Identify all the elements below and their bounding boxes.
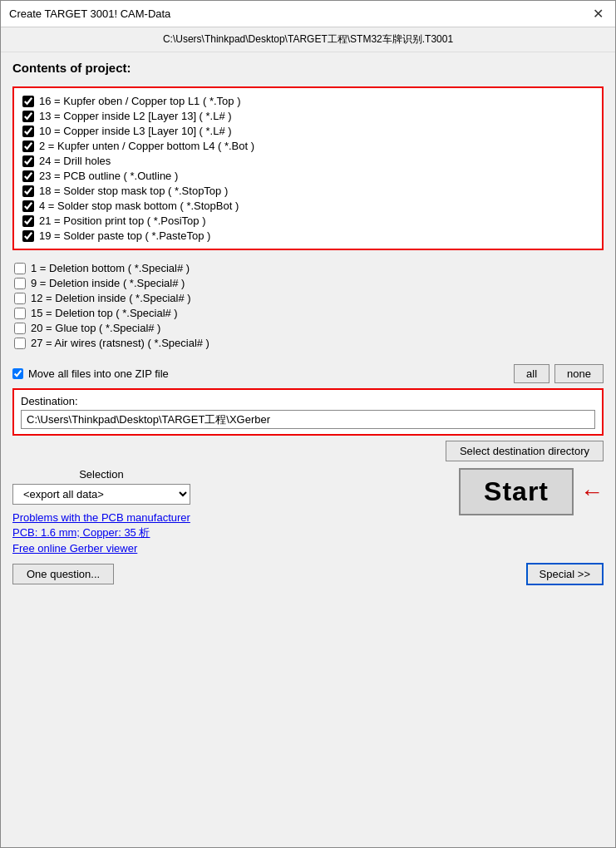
list-item: 13 = Copper inside L2 [Layer 13] ( *.L# … (22, 110, 594, 122)
layer-label: 20 = Glue top ( *.Special# ) (31, 322, 160, 334)
list-item: 21 = Position print top ( *.PosiTop ) (22, 214, 594, 227)
layer-label: 21 = Position print top ( *.PosiTop ) (39, 214, 206, 227)
layer-checkbox[interactable] (22, 215, 34, 227)
zip-left: Move all files into one ZIP file (12, 367, 169, 380)
zip-checkbox[interactable] (12, 368, 23, 379)
layer-checkbox[interactable] (14, 263, 26, 274)
unchecked-items-section: 1 = Deletion bottom ( *.Special# )9 = De… (12, 257, 604, 354)
main-content: Contents of project: 16 = Kupfer oben / … (1, 52, 615, 847)
start-btn-wrapper: Start ← (459, 468, 604, 515)
destination-input[interactable] (21, 410, 595, 429)
none-button[interactable]: none (554, 364, 604, 383)
start-button[interactable]: Start (459, 468, 574, 515)
info-link-0[interactable]: Problems with the PCB manufacturer (12, 511, 190, 524)
title-bar: Create TARGET 3001! CAM-Data ✕ (1, 1, 615, 27)
layer-checkbox[interactable] (22, 170, 34, 182)
zip-label: Move all files into one ZIP file (28, 367, 169, 380)
destination-label: Destination: (21, 395, 595, 407)
list-item: 24 = Drill holes (22, 155, 594, 167)
list-item: 1 = Deletion bottom ( *.Special# ) (14, 262, 602, 274)
layer-checkbox[interactable] (22, 200, 34, 212)
layer-label: 23 = PCB outline ( *.Outline ) (39, 170, 178, 182)
selection-group: Selection <export all data> Problems wit… (12, 468, 190, 555)
layer-label: 24 = Drill holes (39, 155, 111, 167)
all-none-buttons: all none (514, 364, 604, 383)
window-title: Create TARGET 3001! CAM-Data (9, 7, 170, 20)
selection-label: Selection (12, 468, 190, 481)
layer-checkbox[interactable] (14, 308, 26, 319)
layer-checkbox[interactable] (22, 230, 34, 242)
layer-label: 13 = Copper inside L2 [Layer 13] ( *.L# … (39, 110, 232, 122)
bottom-section: Move all files into one ZIP file all non… (12, 364, 604, 594)
list-item: 15 = Deletion top ( *.Special# ) (14, 307, 602, 319)
select-dir-button[interactable]: Select destination directory (446, 441, 604, 461)
list-item: 16 = Kupfer oben / Copper top L1 ( *.Top… (22, 95, 594, 107)
layer-label: 15 = Deletion top ( *.Special# ) (31, 307, 178, 319)
layer-label: 12 = Deletion inside ( *.Special# ) (31, 292, 191, 304)
layer-checkbox[interactable] (22, 111, 34, 122)
list-item: 20 = Glue top ( *.Special# ) (14, 322, 602, 334)
start-arrow-icon: ← (580, 481, 604, 504)
file-path: C:\Users\Thinkpad\Desktop\TARGET工程\STM32… (1, 27, 615, 52)
info-link-1[interactable]: PCB: 1.6 mm; Copper: 35 析 (12, 525, 190, 540)
info-link-2[interactable]: Free online Gerber viewer (12, 542, 190, 555)
start-area: Start ← (459, 468, 604, 515)
list-item: 19 = Solder paste top ( *.PasteTop ) (22, 229, 594, 242)
layer-label: 4 = Solder stop mask bottom ( *.StopBot … (39, 200, 239, 212)
layer-label: 19 = Solder paste top ( *.PasteTop ) (39, 229, 210, 242)
list-item: 2 = Kupfer unten / Copper bottom L4 ( *.… (22, 140, 594, 152)
dir-row: Select destination directory (12, 441, 604, 461)
layer-checkbox[interactable] (22, 185, 34, 197)
layer-checkbox[interactable] (14, 278, 26, 289)
layer-label: 16 = Kupfer oben / Copper top L1 ( *.Top… (39, 95, 240, 107)
selection-dropdown[interactable]: <export all data> (12, 484, 190, 505)
all-button[interactable]: all (514, 364, 549, 383)
layer-checkbox[interactable] (14, 338, 26, 349)
layer-checkbox[interactable] (14, 323, 26, 334)
list-item: 18 = Solder stop mask top ( *.StopTop ) (22, 185, 594, 197)
layer-label: 18 = Solder stop mask top ( *.StopTop ) (39, 185, 228, 197)
list-item: 9 = Deletion inside ( *.Special# ) (14, 277, 602, 289)
list-item: 10 = Copper inside L3 [Layer 10] ( *.L# … (22, 125, 594, 137)
checked-items-section: 16 = Kupfer oben / Copper top L1 ( *.Top… (12, 86, 604, 250)
list-item: 23 = PCB outline ( *.Outline ) (22, 170, 594, 182)
list-item: 12 = Deletion inside ( *.Special# ) (14, 292, 602, 304)
layer-label: 9 = Deletion inside ( *.Special# ) (31, 277, 185, 289)
contents-title: Contents of project: (12, 61, 604, 75)
layer-label: 27 = Air wires (ratsnest) ( *.Special# ) (31, 337, 209, 349)
layer-checkbox[interactable] (22, 126, 34, 137)
layer-checkbox[interactable] (22, 96, 34, 107)
layer-label: 10 = Copper inside L3 [Layer 10] ( *.L# … (39, 125, 232, 137)
links-area: Problems with the PCB manufacturerPCB: 1… (12, 511, 190, 555)
close-button[interactable]: ✕ (589, 6, 607, 22)
layer-label: 2 = Kupfer unten / Copper bottom L4 ( *.… (39, 140, 254, 152)
lower-row: Selection <export all data> Problems wit… (12, 468, 604, 555)
main-window: Create TARGET 3001! CAM-Data ✕ C:\Users\… (0, 0, 616, 848)
layer-label: 1 = Deletion bottom ( *.Special# ) (31, 262, 190, 274)
layer-checkbox[interactable] (22, 141, 34, 152)
zip-row: Move all files into one ZIP file all non… (12, 364, 604, 383)
layer-checkbox[interactable] (14, 293, 26, 304)
list-item: 27 = Air wires (ratsnest) ( *.Special# ) (14, 337, 602, 349)
list-item: 4 = Solder stop mask bottom ( *.StopBot … (22, 200, 594, 212)
one-question-button[interactable]: One question... (12, 564, 114, 584)
bottom-buttons: One question... Special >> (12, 563, 604, 594)
layer-checkbox[interactable] (22, 155, 34, 167)
special-button[interactable]: Special >> (526, 563, 604, 585)
destination-box: Destination: (12, 388, 604, 436)
